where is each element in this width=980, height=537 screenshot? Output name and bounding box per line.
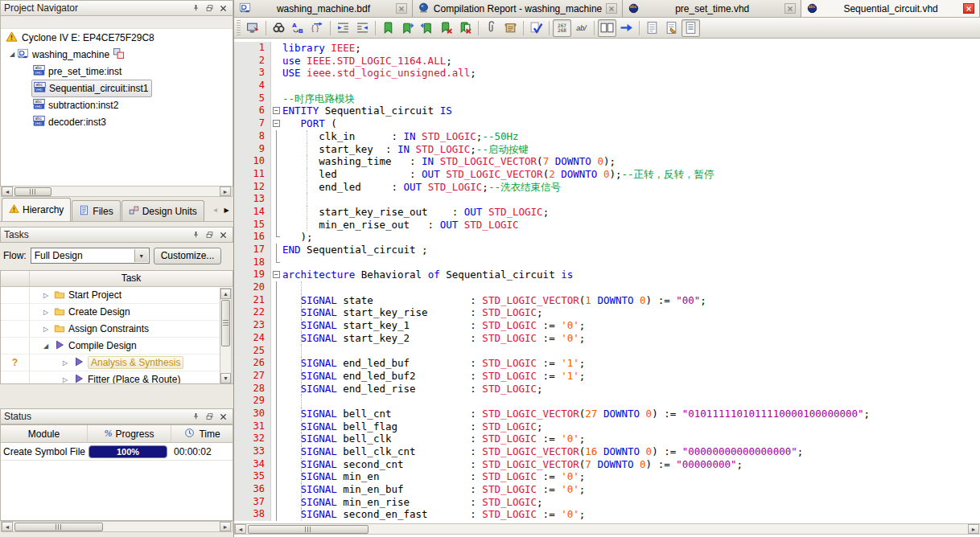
fold-margin[interactable]: − (271, 105, 282, 117)
close-icon[interactable] (963, 3, 974, 14)
code-line[interactable]: 6−ENTITY Sequential_circuit IS (234, 105, 980, 117)
line-numbers-toggle[interactable]: 267268 (553, 19, 571, 37)
scroll-right-icon[interactable]: ► (968, 524, 979, 534)
split-window-toggle[interactable] (598, 19, 616, 37)
expand-arrow-icon[interactable]: ▷ (41, 326, 51, 333)
task-label[interactable]: Create Design (68, 306, 130, 318)
float-icon[interactable] (204, 229, 216, 240)
code-line[interactable]: 29 (234, 395, 980, 408)
code-line[interactable]: 21 SIGNAL state : STD_LOGIC_VECTOR(1 DOW… (234, 294, 980, 307)
task-row[interactable]: ◢Compile Design (1, 338, 233, 355)
display-editor-icon[interactable] (244, 19, 262, 37)
code-line[interactable]: 35 SIGNAL min_en : STD_LOGIC := '0'; (234, 470, 980, 483)
task-label[interactable]: Fitter (Place & Route) (88, 374, 180, 384)
toolbar-drag-handle[interactable] (237, 20, 241, 36)
page-edit-icon[interactable] (662, 19, 681, 37)
task-label[interactable]: Start Project (68, 289, 121, 301)
task-row[interactable]: ▷Fitter (Place & Route) (1, 371, 233, 384)
scroll-right-icon[interactable]: ► (220, 187, 231, 196)
scrollbar-thumb[interactable] (248, 525, 369, 534)
code-line[interactable]: 15 min_en_rise_out : OUT STD_LOGIC (234, 219, 980, 232)
task-row[interactable]: ?▷Analysis & Synthesis (1, 355, 233, 371)
tab-scroll-left-icon[interactable]: ◄ (210, 202, 220, 218)
code-line[interactable]: 36 SIGNAL min_en_buf : STD_LOGIC := '0'; (234, 483, 980, 496)
code-line[interactable]: 4 (234, 80, 980, 92)
root-design-row[interactable]: ◢ BDF washing_machine (1, 46, 233, 63)
code-line[interactable]: 23 SIGNAL start_key_1 : STD_LOGIC := '0'… (234, 319, 980, 332)
code-line[interactable]: 22 SIGNAL start_key_rise : STD_LOGIC; (234, 306, 980, 319)
code-line[interactable]: 28 SIGNAL end_led_rise : STD_LOGIC; (234, 383, 980, 396)
indent-icon[interactable] (334, 19, 352, 37)
code-line[interactable]: 9 start_key : IN STD_LOGIC;--启动按键 (234, 143, 980, 156)
code-line[interactable]: 13 (234, 193, 980, 206)
replace-icon[interactable]: AB (289, 19, 307, 37)
scroll-left-icon[interactable]: ◄ (235, 524, 246, 534)
scrollbar-thumb[interactable] (221, 300, 230, 346)
code-editor[interactable]: 1library IEEE;2use IEEE.STD_LOGIC_1164.A… (234, 39, 980, 537)
collapse-arrow-icon[interactable]: ◢ (41, 342, 51, 350)
tab-hierarchy[interactable]: Hierarchy (2, 198, 71, 221)
code-line[interactable]: 2use IEEE.STD_LOGIC_1164.ALL; (234, 55, 980, 68)
attach-file-icon[interactable] (482, 19, 500, 37)
customize-button[interactable]: Customize... (154, 248, 222, 264)
tab-design-units[interactable]: Design Units (121, 200, 204, 221)
check-syntax-icon[interactable] (527, 19, 546, 37)
expand-arrow-icon[interactable]: ◢ (7, 51, 17, 58)
fold-margin[interactable]: − (271, 117, 282, 130)
remove-all-bookmarks-icon[interactable] (456, 19, 475, 37)
code-line[interactable]: 10 washing_time : IN STD_LOGIC_VECTOR(7 … (234, 155, 980, 168)
code-line[interactable]: 16 ); (234, 231, 980, 244)
code-line[interactable]: 24 SIGNAL start_key_2 : STD_LOGIC := '0'… (234, 332, 980, 345)
status-horizontal-scrollbar[interactable]: ◄ ► (1, 521, 233, 532)
editor-tab[interactable]: Compilation Report - washing_machine (413, 0, 623, 17)
scroll-right-icon[interactable]: ► (220, 522, 231, 531)
code-line[interactable]: 1library IEEE; (234, 42, 980, 55)
code-line[interactable]: 30 SIGNAL bell_cnt : STD_LOGIC_VECTOR(27… (234, 408, 980, 420)
task-row[interactable]: ▷Assign Constraints (1, 321, 233, 338)
nav-item[interactable]: abcVHDdecoder:inst3 (1, 113, 233, 130)
pin-icon[interactable] (190, 2, 202, 14)
pin-icon[interactable] (190, 411, 202, 422)
code-line[interactable]: 27 SIGNAL end_led_buf2 : STD_LOGIC := '1… (234, 370, 980, 383)
remove-bookmark-icon[interactable] (437, 19, 455, 37)
scroll-left-icon[interactable]: ◄ (2, 522, 13, 531)
nav-horizontal-scrollbar[interactable]: ◄ ► (1, 186, 233, 197)
code-line[interactable]: 31 SIGNAL bell_flag : STD_LOGIC; (234, 420, 980, 433)
device-row[interactable]: Cyclone IV E: EP4CE75F29C8 (1, 29, 233, 46)
editor-tab[interactable]: abcpre_set_time.vhd (623, 0, 801, 17)
task-row[interactable]: ▷Create Design (1, 304, 233, 321)
tab-files[interactable]: Files (72, 200, 120, 221)
page-view-icon[interactable] (681, 19, 700, 37)
scroll-down-icon[interactable]: ▼ (220, 373, 231, 383)
code-line[interactable]: 34 SIGNAL second_cnt : STD_LOGIC_VECTOR(… (234, 458, 980, 471)
expand-arrow-icon[interactable]: ▷ (41, 309, 51, 316)
code-line[interactable]: 19−architecture Behavioral of Sequential… (234, 268, 980, 281)
next-bookmark-icon[interactable] (398, 19, 417, 37)
scroll-left-icon[interactable]: ◄ (2, 187, 13, 196)
nav-item[interactable]: abcVHDpre_set_time:inst (1, 63, 233, 80)
code-line[interactable]: 17END Sequential_circuit ; (234, 244, 980, 256)
float-icon[interactable] (204, 2, 216, 14)
find-icon[interactable] (270, 19, 288, 37)
code-line[interactable]: 37 SIGNAL min_en_rise : STD_LOGIC; (234, 496, 980, 509)
fold-collapse-icon[interactable]: − (273, 107, 280, 114)
editor-tab[interactable]: BDFwashing_machine.bdf (234, 0, 413, 17)
code-line[interactable]: 18 (234, 256, 980, 269)
code-line[interactable]: 3USE ieee.std_logic_unsigned.all; (234, 67, 980, 80)
fold-margin[interactable]: − (271, 268, 282, 281)
editor-tab[interactable]: abcSequential_circuit.vhd (801, 0, 980, 17)
close-icon[interactable] (396, 3, 407, 14)
code-line[interactable]: 25 (234, 345, 980, 358)
expand-arrow-icon[interactable]: ▷ (60, 376, 70, 383)
page-layout-icon[interactable] (643, 19, 661, 37)
fold-collapse-icon[interactable]: − (273, 271, 280, 278)
code-line[interactable]: 32 SIGNAL bell_clk : STD_LOGIC := '0'; (234, 432, 980, 445)
task-label[interactable]: Assign Constraints (68, 323, 149, 334)
code-line[interactable]: 8 clk_in : IN STD_LOGIC;--50Hz (234, 130, 980, 143)
tab-scroll-right-icon[interactable]: ▶ (221, 202, 232, 218)
float-icon[interactable] (204, 411, 216, 422)
task-row[interactable]: ▷Start Project (1, 287, 233, 304)
task-label[interactable]: Compile Design (68, 340, 137, 351)
code-line[interactable]: 5--时序电路模块 (234, 92, 980, 105)
insert-template-icon[interactable] (501, 19, 520, 37)
